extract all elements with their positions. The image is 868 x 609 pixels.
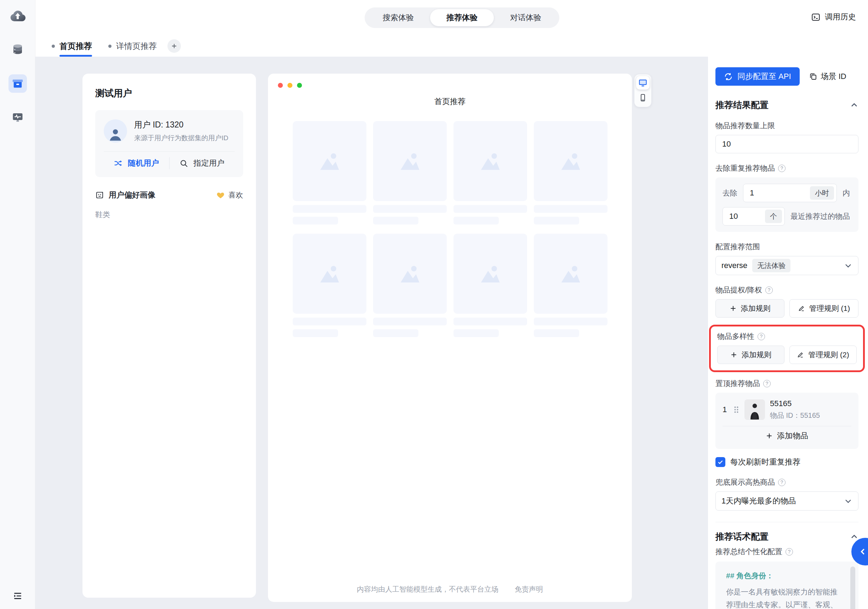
repeat-on-refresh-checkbox-row[interactable]: 每次刷新时重复推荐 xyxy=(715,457,859,467)
product-skeleton-card xyxy=(373,234,447,337)
like-label: 喜欢 xyxy=(228,190,243,200)
fallback-select[interactable]: 1天内曝光最多的物品 xyxy=(715,491,859,511)
desktop-view-button[interactable] xyxy=(636,76,649,90)
product-skeleton-card xyxy=(373,121,447,225)
portrait-icon xyxy=(95,191,104,200)
app-root: 搜索体验 推荐体验 对话体验 调用历史 首页推荐 详情页推荐 xyxy=(0,0,868,609)
terminal-icon xyxy=(811,12,821,22)
skeleton-line xyxy=(454,205,527,213)
window-controls xyxy=(268,83,632,88)
skeleton-line xyxy=(373,217,419,225)
skeleton-line xyxy=(293,329,338,337)
chevron-left-icon xyxy=(859,547,868,556)
image-placeholder-icon xyxy=(397,260,423,287)
call-history-label: 调用历史 xyxy=(825,12,856,22)
range-label: 配置推荐范围 xyxy=(715,242,760,252)
help-icon[interactable]: ? xyxy=(786,548,793,556)
ai-generated-note: 内容均由人工智能模型生成，不代表平台立场 xyxy=(357,584,498,594)
sync-button-label: 同步配置至 API xyxy=(737,71,791,82)
range-select-value: reverse xyxy=(721,261,747,270)
minimize-traffic-light xyxy=(287,83,292,88)
skeleton-line xyxy=(454,329,499,337)
call-history-button[interactable]: 调用历史 xyxy=(811,12,856,22)
max-items-input[interactable] xyxy=(715,135,859,153)
zoom-traffic-light xyxy=(297,83,302,88)
dedup-hours-input[interactable] xyxy=(745,188,770,198)
pinned-item-row: 1 55165 物品 xyxy=(722,399,851,420)
add-pinned-item-button[interactable]: 添加物品 xyxy=(722,428,851,444)
chevron-up-icon[interactable] xyxy=(850,533,859,541)
pinned-item-thumbnail xyxy=(744,400,765,420)
tab-home-recommend-label: 首页推荐 xyxy=(59,41,92,52)
experience-segmented-control: 搜索体验 推荐体验 对话体验 xyxy=(364,8,559,28)
sidebar-item-experience[interactable] xyxy=(8,74,27,93)
random-user-button[interactable]: 随机用户 xyxy=(104,158,169,169)
manage-boost-rules-button[interactable]: 管理规则 (1) xyxy=(789,299,859,318)
tab-dot xyxy=(108,45,112,48)
image-placeholder-icon xyxy=(316,260,343,287)
add-boost-rule-button[interactable]: 添加规则 xyxy=(715,299,784,318)
add-scene-tab-button[interactable] xyxy=(167,39,181,53)
segment-recommend-label: 推荐体验 xyxy=(446,12,477,23)
skeleton-line xyxy=(534,217,580,225)
pinned-item-id: 物品 ID：55165 xyxy=(770,411,820,420)
preference-profile-title: 用户偏好画像 xyxy=(108,190,155,200)
product-skeleton-card xyxy=(293,234,366,337)
personalize-label: 推荐总结个性化配置 xyxy=(715,547,782,556)
tab-detail-recommend[interactable]: 详情页推荐 xyxy=(108,36,157,57)
shuffle-icon xyxy=(114,159,123,168)
dedup-count-input[interactable] xyxy=(724,212,749,221)
scene-tabbar: 首页推荐 详情页推荐 xyxy=(36,36,868,57)
skeleton-line xyxy=(534,318,608,325)
range-select[interactable]: reverse 无法体验 xyxy=(715,256,859,275)
specify-user-button[interactable]: 指定用户 xyxy=(170,158,235,169)
pinned-items-box: 1 55165 物品 xyxy=(715,393,859,449)
help-icon[interactable]: ? xyxy=(763,380,770,387)
dedup-hours-field: 小时 xyxy=(743,184,837,202)
sync-config-to-api-button[interactable]: 同步配置至 API xyxy=(715,67,800,86)
plus-icon xyxy=(171,43,177,49)
skeleton-line xyxy=(373,329,419,337)
chevron-down-icon xyxy=(844,261,852,270)
chevron-up-icon[interactable] xyxy=(850,101,859,109)
segment-chat[interactable]: 对话体验 xyxy=(494,9,558,26)
segment-search-label: 搜索体验 xyxy=(383,12,414,23)
left-sidebar xyxy=(0,0,36,609)
scene-id-button[interactable]: 场景 ID xyxy=(809,71,846,82)
image-placeholder-icon xyxy=(558,148,584,174)
chevron-down-icon xyxy=(844,497,852,505)
result-config-section-title: 推荐结果配置 xyxy=(715,99,769,111)
checkbox-checked[interactable] xyxy=(715,457,725,467)
prompt-textarea[interactable]: ## 角色身份： 你是一名具有敏锐洞察力的智能推荐理由生成专家。以严谨、客观、中… xyxy=(715,561,859,609)
help-icon[interactable]: ? xyxy=(758,333,765,340)
image-placeholder-icon xyxy=(316,148,343,174)
manage-diversity-rules-button[interactable]: 管理规则 (2) xyxy=(789,346,857,364)
test-user-title: 测试用户 xyxy=(95,87,243,99)
mobile-icon xyxy=(639,93,647,102)
segment-recommend[interactable]: 推荐体验 xyxy=(430,9,494,26)
tab-detail-recommend-label: 详情页推荐 xyxy=(116,41,157,52)
segment-search[interactable]: 搜索体验 xyxy=(366,9,430,26)
tab-home-recommend[interactable]: 首页推荐 xyxy=(52,36,92,57)
add-diversity-rule-button[interactable]: 添加规则 xyxy=(717,346,784,364)
product-skeleton-card xyxy=(454,121,527,225)
manage-rule-2-label: 管理规则 (2) xyxy=(808,350,849,360)
count-unit-tag: 个 xyxy=(765,209,782,223)
fallback-label: 兜底展示高热商品 xyxy=(715,477,775,487)
pinned-item-index: 1 xyxy=(722,405,728,414)
check-icon xyxy=(717,459,724,465)
help-icon[interactable]: ? xyxy=(778,165,786,172)
sidebar-item-data[interactable] xyxy=(8,40,27,59)
mobile-view-button[interactable] xyxy=(636,91,649,104)
scrollbar[interactable] xyxy=(850,567,855,609)
help-icon[interactable]: ? xyxy=(778,479,786,486)
collapse-sidebar-button[interactable] xyxy=(12,590,23,601)
hours-unit-tag: 小时 xyxy=(810,186,834,200)
user-id-text: 用户 ID: 1320 xyxy=(134,119,228,130)
sidebar-item-monitoring[interactable] xyxy=(8,108,27,127)
help-icon[interactable]: ? xyxy=(765,287,773,294)
preference-tag: 鞋类 xyxy=(95,209,243,220)
active-tab-underline xyxy=(59,55,92,57)
disclaimer-link[interactable]: 免责声明 xyxy=(515,584,543,594)
drag-handle-icon[interactable] xyxy=(733,406,739,414)
